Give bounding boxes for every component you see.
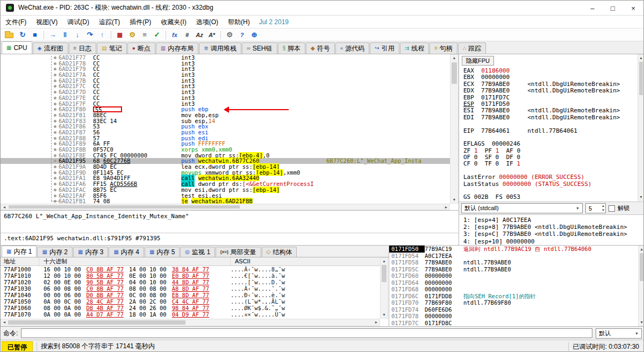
tab-symbols[interactable]: ◆符号 — [306, 42, 335, 54]
breakpoint-dot[interactable] — [52, 158, 59, 164]
tab-dump-1[interactable]: ▦内存 1 — [2, 246, 37, 257]
pause-icon[interactable]: ‖ — [59, 30, 71, 40]
stack-vscrollbar[interactable]: ▲▼ — [638, 246, 644, 326]
world-icon[interactable]: ⊕ — [248, 30, 260, 40]
preferences-gear-icon[interactable]: ⚙ — [224, 30, 235, 40]
stack-row[interactable]: 0171FD5877B9ABE0ntdll.77B9ABE0 — [389, 259, 644, 266]
stack-row[interactable]: 0171FD7800000000 — [389, 313, 644, 320]
memory-layout-icon[interactable]: ≡ — [139, 30, 151, 40]
tab-watch-1[interactable]: ◎监视 1 — [180, 247, 215, 257]
scroll-down-icon[interactable]: ▼ — [381, 312, 388, 318]
run-to-return-icon[interactable]: ↑ — [96, 30, 108, 40]
open-file-icon[interactable] — [5, 33, 13, 38]
menu-item[interactable]: 文件(F) — [1, 17, 31, 27]
breakpoint-dot[interactable] — [52, 78, 59, 84]
scroll-up-icon[interactable]: ▲ — [639, 246, 644, 253]
breakpoint-dot[interactable] — [52, 187, 59, 193]
scroll-down-icon[interactable]: ▼ — [639, 319, 644, 326]
scroll-thumb[interactable] — [382, 265, 387, 282]
step-into-icon[interactable]: ↓ — [71, 30, 83, 40]
disasm-row[interactable]: 6AD21F818BECmov ebp,esp — [1, 112, 450, 118]
breakpoint-dot[interactable] — [52, 89, 59, 95]
breakpoint-dot[interactable] — [52, 55, 59, 61]
tab-dump-4[interactable]: ▦内存 4 — [109, 247, 144, 257]
breakpoint-dot[interactable] — [52, 135, 59, 141]
find-icon[interactable]: A* — [206, 30, 218, 40]
stack-row[interactable]: 0171FD54A0C17EEA — [389, 253, 644, 260]
disasm-row[interactable]: 6AD21F7ECCint3 — [1, 95, 450, 101]
breakpoint-dot[interactable] — [52, 83, 59, 89]
unlock-checkbox[interactable] — [609, 205, 615, 212]
tab-dump-3[interactable]: ▦内存 3 — [73, 247, 108, 257]
stack-row[interactable]: 0171FD7C0171FD8C — [389, 320, 644, 327]
tab-notes[interactable]: ▤笔记 — [97, 42, 126, 54]
scroll-down-icon[interactable]: ▼ — [450, 197, 458, 203]
restart-icon[interactable]: ↻ — [17, 30, 28, 40]
stack-row[interactable]: 0171FD6400000000 — [389, 279, 644, 286]
dump-row[interactable]: 77AF104000 00 06 00D0 8B AF 770C 00 08 0… — [1, 292, 380, 298]
tab-log[interactable]: ≡日志 — [69, 42, 97, 54]
breakpoint-dot[interactable] — [52, 130, 59, 135]
dump-row[interactable]: 77AF101012 00 10 0080 5B AF 770E 00 10 0… — [1, 272, 380, 279]
scroll-thumb[interactable] — [452, 62, 457, 84]
settings-gear-icon[interactable]: ⚙ — [126, 30, 138, 40]
scroll-up-icon[interactable]: ▲ — [450, 55, 458, 61]
breakpoint-dot[interactable] — [52, 61, 59, 67]
maximize-button[interactable]: □ — [603, 1, 623, 16]
dump-row[interactable]: 77AF102002 00 0E 0090 5B AF 7704 00 10 0… — [1, 279, 380, 285]
stack-row[interactable]: 0171FD6800000000 — [389, 286, 644, 293]
case-icon[interactable]: Az — [194, 30, 205, 40]
breakpoint-dot[interactable] — [52, 153, 59, 159]
tab-call-stack[interactable]: ≣调用堆栈 — [199, 42, 241, 54]
arg-count-stepper[interactable]: 5▲▼ — [585, 203, 606, 213]
disasm-row[interactable]: 6AD21FAC8B75 ECmov esi,dword ptr ss:[ebp… — [1, 187, 450, 193]
menu-item[interactable]: 视图(V) — [31, 17, 62, 27]
tab-handles[interactable]: ¤句柄 — [430, 42, 457, 54]
tab-cpu[interactable]: ▦CPU — [2, 41, 32, 54]
scroll-thumb[interactable] — [8, 320, 185, 325]
menu-item[interactable]: 收藏夹(I) — [156, 17, 191, 27]
scroll-right-icon[interactable]: ► — [443, 204, 449, 210]
menu-item[interactable]: 追踪(T) — [94, 17, 125, 27]
patch-check-icon[interactable]: ✓ — [151, 30, 163, 40]
command-input[interactable] — [21, 328, 592, 338]
scroll-left-icon[interactable]: ◄ — [1, 319, 8, 326]
tab-struct[interactable]: ◇结构体 — [262, 247, 297, 257]
breakpoint-dot[interactable] — [52, 124, 59, 130]
step-over-icon[interactable]: ↷ — [84, 30, 96, 40]
breakpoint-dot[interactable] — [52, 170, 59, 176]
stack-row[interactable]: 0171FD6C0171FDD8指向SEH_Record[1]的指针 — [389, 293, 644, 300]
breakpoint-dot[interactable] — [52, 101, 59, 107]
tab-seh[interactable]: ∞SEH链 — [242, 42, 277, 54]
tab-script[interactable]: §脚本 — [278, 42, 306, 54]
dump-vscrollbar[interactable]: ▲▼ — [380, 257, 388, 319]
stop-icon[interactable]: ■ — [29, 30, 41, 40]
breakpoint-dot[interactable] — [52, 141, 59, 147]
tab-references[interactable]: ↪引用 — [370, 42, 399, 54]
stack-row[interactable]: 0171FD74D60FE6D6 — [389, 306, 644, 313]
menu-item[interactable]: 调试(D) — [62, 17, 94, 27]
dump-row[interactable]: 77AF10500A 00 0C 0028 4C AF 772A 00 2C 0… — [1, 298, 380, 305]
scroll-down-icon[interactable]: ▼ — [638, 194, 644, 200]
scroll-up-icon[interactable]: ▲ — [381, 258, 388, 264]
breakpoint-dot[interactable] — [52, 164, 59, 170]
breakpoint-dot[interactable] — [52, 193, 59, 199]
dump-hscrollbar[interactable]: ◄► — [1, 319, 380, 326]
tab-dump-2[interactable]: ▦内存 2 — [37, 247, 72, 257]
stack-row[interactable]: 0171FD6000000000 — [389, 272, 644, 279]
disasm-hscrollbar[interactable]: ◄► — [1, 204, 450, 210]
tab-trace[interactable]: ∴跟踪 — [458, 42, 486, 54]
breakpoint-dot[interactable] — [52, 72, 59, 78]
tab-locals[interactable]: [x=]局部变量 — [216, 247, 261, 257]
functions-icon[interactable]: fx — [169, 30, 181, 40]
tab-memory-map[interactable]: ▥内存布局 — [156, 42, 198, 54]
tab-graph[interactable]: ◈流程图 — [33, 42, 68, 54]
registers-vscrollbar[interactable]: ▲▼ — [638, 54, 644, 201]
dump-row[interactable]: 77AF100016 00 10 00C0 8B AF 7714 00 10 0… — [1, 266, 380, 272]
command-profile-dropdown[interactable]: 默认▼ — [596, 328, 642, 339]
run-icon[interactable]: → — [47, 30, 59, 40]
breakpoint-dot[interactable] — [52, 181, 59, 187]
breakpoint-dot[interactable] — [52, 95, 59, 101]
scroll-right-icon[interactable]: ► — [373, 319, 380, 326]
breakpoint-dot[interactable] — [52, 66, 59, 72]
